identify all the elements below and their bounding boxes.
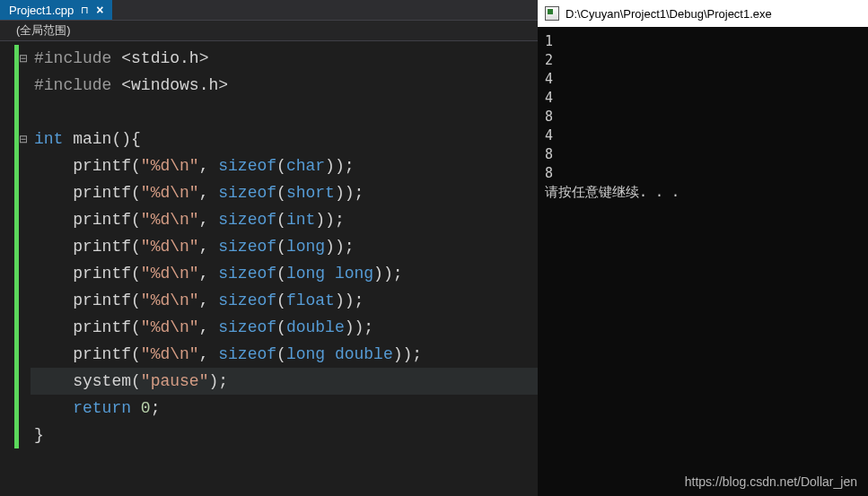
tab-bar: Project1.cpp ⊓ × — [0, 0, 538, 20]
code-line[interactable]: printf("%d\n", sizeof(short)); — [31, 179, 538, 206]
console-app-icon — [545, 6, 559, 21]
change-indicator — [14, 72, 19, 99]
console-title-text: D:\Cyuyan\Project1\Debug\Project1.exe — [566, 7, 772, 21]
code-line[interactable]: printf("%d\n", sizeof(long long)); — [31, 260, 538, 287]
code-line[interactable]: printf("%d\n", sizeof(long double)); — [31, 341, 538, 368]
code-line[interactable]: printf("%d\n", sizeof(int)); — [31, 206, 538, 233]
gutter-line — [0, 152, 29, 179]
change-indicator — [14, 395, 19, 422]
gutter-line — [0, 99, 29, 126]
gutter-line — [0, 260, 29, 287]
change-indicator — [14, 233, 19, 260]
console-title-bar[interactable]: D:\Cyuyan\Project1\Debug\Project1.exe — [538, 0, 868, 27]
code-line[interactable]: printf("%d\n", sizeof(double)); — [31, 314, 538, 341]
scope-label: (全局范围) — [16, 22, 71, 39]
gutter-line — [0, 72, 29, 99]
code-line[interactable]: } — [31, 422, 538, 448]
scope-dropdown[interactable]: (全局范围) — [0, 20, 538, 41]
change-indicator — [14, 260, 19, 287]
gutter-line — [0, 368, 29, 395]
code-line[interactable]: printf("%d\n", sizeof(float)); — [31, 287, 538, 314]
change-indicator — [14, 206, 19, 233]
watermark: https://blog.csdn.net/Dollar_jen — [685, 474, 857, 489]
code-line[interactable]: return 0; — [31, 395, 538, 422]
code-line[interactable]: int main(){ — [31, 126, 538, 152]
change-indicator — [14, 341, 19, 368]
gutter-line — [0, 206, 29, 233]
code-line[interactable]: system("pause"); — [31, 368, 538, 395]
gutter-line — [0, 395, 29, 422]
change-indicator — [14, 287, 19, 314]
change-indicator — [14, 45, 19, 72]
change-indicator — [14, 126, 19, 152]
change-indicator — [14, 99, 19, 126]
editor-pane: Project1.cpp ⊓ × (全局范围) ⊟⊟ #include <std… — [0, 0, 538, 496]
code-line[interactable]: #include <windows.h> — [31, 72, 538, 99]
console-output[interactable]: 1 2 4 4 8 4 8 8 请按任意键继续. . . — [538, 27, 868, 496]
pin-icon[interactable]: ⊓ — [81, 4, 89, 16]
fold-toggle-icon[interactable]: ⊟ — [19, 45, 28, 72]
change-indicator — [14, 179, 19, 206]
code-line[interactable]: printf("%d\n", sizeof(char)); — [31, 152, 538, 179]
gutter-line — [0, 287, 29, 314]
gutter-line — [0, 233, 29, 260]
gutter-line: ⊟ — [0, 45, 29, 72]
code-line[interactable] — [31, 99, 538, 126]
code-line[interactable]: printf("%d\n", sizeof(long)); — [31, 233, 538, 260]
change-indicator — [14, 314, 19, 341]
code-line[interactable]: #include <stdio.h> — [31, 45, 538, 72]
change-indicator — [14, 368, 19, 395]
change-indicator — [14, 152, 19, 179]
change-indicator — [14, 422, 19, 448]
code-editor[interactable]: ⊟⊟ #include <stdio.h>#include <windows.h… — [0, 41, 538, 496]
tab-filename: Project1.cpp — [9, 4, 74, 17]
gutter-line — [0, 314, 29, 341]
console-window: D:\Cyuyan\Project1\Debug\Project1.exe 1 … — [538, 0, 868, 496]
close-icon[interactable]: × — [96, 4, 103, 16]
gutter-line — [0, 422, 29, 448]
gutter-line — [0, 341, 29, 368]
gutter-line: ⊟ — [0, 126, 29, 152]
file-tab[interactable]: Project1.cpp ⊓ × — [0, 0, 112, 20]
fold-toggle-icon[interactable]: ⊟ — [19, 126, 28, 152]
gutter-line — [0, 179, 29, 206]
